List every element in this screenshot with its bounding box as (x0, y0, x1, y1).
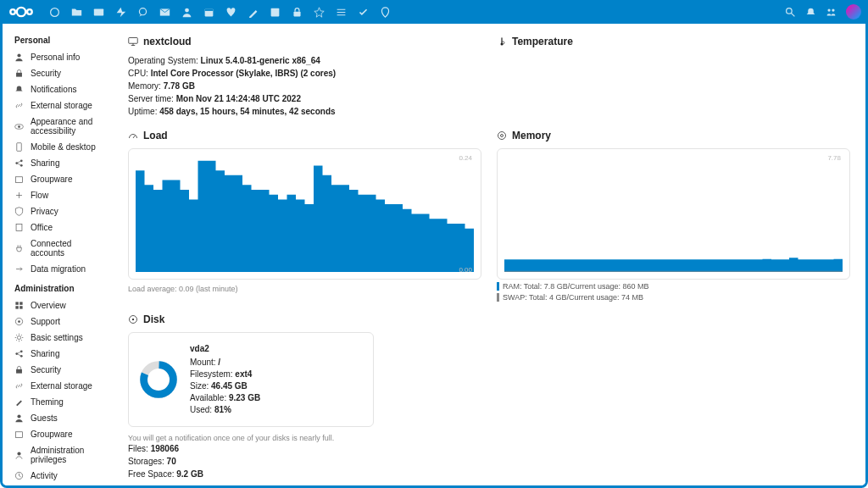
svg-rect-4 (93, 8, 103, 15)
mail-icon[interactable] (154, 2, 175, 22)
sidebar-item-basic-settings[interactable]: Basic settings (3, 330, 113, 346)
svg-point-38 (17, 452, 20, 455)
box-icon (14, 430, 24, 439)
sidebar-admin-header: Administration (3, 277, 113, 297)
sidebar-item-label: Activity (31, 471, 58, 480)
svg-point-21 (20, 159, 23, 162)
shield-icon (14, 207, 24, 216)
box-icon (14, 175, 24, 184)
notifications-icon[interactable] (800, 2, 821, 22)
svg-point-36 (17, 414, 20, 418)
search-icon[interactable] (780, 2, 800, 22)
disk-name: vda2 (190, 343, 260, 355)
sidebar-item-sharing[interactable]: Sharing (3, 155, 113, 171)
disk-notif: You will get a notification once one of … (128, 434, 850, 442)
svg-point-20 (15, 162, 18, 164)
sidebar-item-security[interactable]: Security (3, 65, 113, 81)
forms-icon[interactable] (331, 2, 351, 22)
dashboard-icon[interactable] (44, 2, 64, 22)
sidebar-item-groupware[interactable]: Groupware (3, 171, 113, 187)
sidebar-item-label: Sharing (31, 349, 59, 358)
sidebar-item-overview[interactable]: Overview (3, 297, 113, 313)
svg-point-47 (132, 319, 134, 320)
mem-max: 7.78 (827, 154, 841, 162)
notes-icon[interactable] (242, 2, 263, 22)
sidebar-item-personal-info[interactable]: Personal info (3, 49, 113, 65)
health-icon[interactable] (220, 2, 241, 22)
svg-rect-25 (15, 302, 18, 304)
link-icon (14, 101, 24, 110)
bookmarks-icon[interactable] (309, 2, 329, 22)
calendar-icon[interactable] (198, 2, 219, 22)
grid-icon (14, 301, 24, 310)
svg-point-18 (18, 125, 20, 128)
svg-point-5 (139, 8, 146, 14)
sidebar-item-theming[interactable]: Theming (3, 394, 113, 410)
svg-rect-10 (270, 8, 279, 16)
sidebar-item-appearance-and-accessibility[interactable]: Appearance and accessibility (3, 114, 113, 139)
sidebar-item-notifications[interactable]: Notifications (3, 81, 113, 97)
svg-rect-27 (15, 306, 18, 308)
migrate-icon (14, 264, 24, 274)
sidebar-item-label: Privacy (31, 207, 58, 216)
sidebar-personal-header: Personal (3, 29, 113, 49)
sidebar-item-office[interactable]: Office (3, 219, 113, 236)
sidebar-item-label: Mobile & desktop (31, 142, 96, 152)
ram-legend: RAM: Total: 7.8 GB/Current usage: 860 MB (497, 282, 850, 291)
sidebar-item-label: External storage (31, 101, 92, 110)
load-min: 0.00 (459, 266, 472, 274)
sidebar-item-administration-privileges[interactable]: Administration privileges (3, 442, 113, 468)
sidebar-item-external-storage[interactable]: External storage (3, 378, 113, 394)
sidebar-item-groupware[interactable]: Groupware (3, 426, 113, 442)
os-line: Operating System: Linux 5.4.0-81-generic… (128, 54, 481, 67)
sidebar-item-support[interactable]: Support (3, 313, 113, 330)
sidebar-item-connected-accounts[interactable]: Connected accounts (3, 236, 113, 261)
activity-icon[interactable] (110, 2, 131, 22)
talk-icon[interactable] (132, 2, 153, 22)
avatar[interactable] (846, 4, 861, 19)
mem-line: Memory: 7.78 GB (128, 80, 481, 92)
memory-icon (497, 130, 507, 141)
files-icon[interactable] (66, 2, 86, 22)
sidebar-item-label: Support (31, 317, 60, 326)
svg-rect-11 (293, 11, 300, 16)
memory-chart: 7.78 (497, 148, 850, 280)
share-icon (14, 349, 24, 358)
brush-icon (14, 397, 24, 407)
sidebar-item-label: Groupware (31, 175, 72, 184)
svg-point-32 (15, 352, 18, 355)
time-line: Server time: Mon Nov 21 14:24:48 UTC 202… (128, 92, 481, 105)
load-title: Load (128, 130, 481, 141)
gear-icon (14, 333, 24, 342)
topbar (0, 0, 868, 24)
sidebar-item-mobile-desktop[interactable]: Mobile & desktop (3, 139, 113, 155)
svg-point-44 (498, 132, 506, 140)
sidebar-item-label: Guests (31, 413, 58, 423)
lock-icon (14, 365, 24, 374)
deck-icon[interactable] (264, 2, 285, 22)
sidebar-item-external-storage[interactable]: External storage (3, 97, 113, 114)
sidebar-item-label: Connected accounts (31, 239, 106, 258)
nextcloud-logo-icon[interactable] (7, 5, 36, 19)
tasks-icon[interactable] (353, 2, 373, 22)
sidebar-item-security[interactable]: Security (3, 362, 113, 378)
svg-point-12 (786, 8, 792, 14)
svg-point-30 (18, 320, 20, 323)
svg-rect-26 (19, 302, 22, 304)
sidebar-item-privacy[interactable]: Privacy (3, 203, 113, 219)
passwords-icon[interactable] (287, 2, 307, 22)
maps-icon[interactable] (375, 2, 395, 22)
sidebar-item-flow[interactable]: Flow (3, 187, 113, 203)
sidebar-item-data-migration[interactable]: Data migration (3, 261, 113, 277)
sidebar-item-guests[interactable]: Guests (3, 410, 113, 426)
svg-point-13 (827, 8, 830, 11)
contacts-menu-icon[interactable] (821, 2, 841, 22)
photos-icon[interactable] (88, 2, 108, 22)
admin-icon (14, 451, 24, 460)
contacts-icon[interactable] (176, 2, 197, 22)
sidebar-item-activity[interactable]: Activity (3, 468, 113, 484)
svg-point-1 (10, 9, 15, 14)
sidebar-item-sharing[interactable]: Sharing (3, 346, 113, 362)
sidebar-item-flow[interactable]: Flow (3, 484, 113, 485)
sidebar-item-label: External storage (31, 381, 92, 391)
